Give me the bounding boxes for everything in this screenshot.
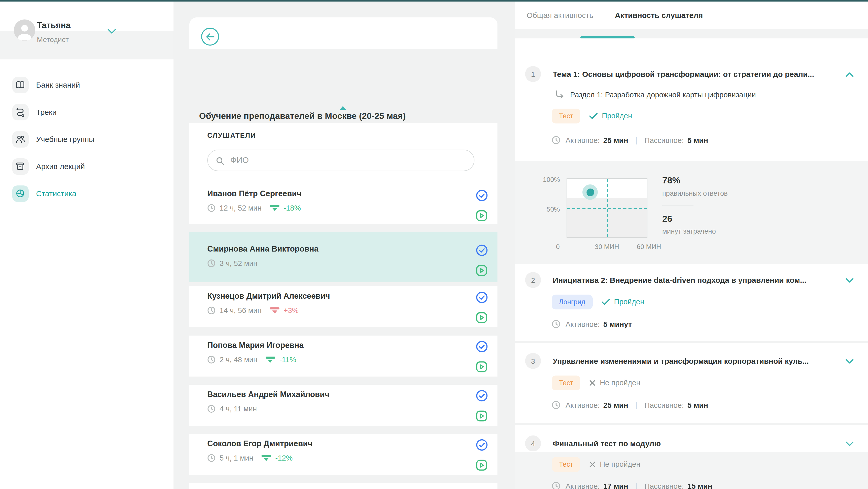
- listeners-heading: СЛУШАТЕЛИ: [207, 132, 479, 139]
- content-type-badge: Тест: [552, 108, 580, 123]
- student-actions: [476, 190, 488, 221]
- student-row[interactable]: Соколов Егор Дмитриевич 5 ч, 1 мин -12%: [189, 434, 497, 475]
- attendance-check-icon[interactable]: [476, 244, 488, 256]
- student-row-selected[interactable]: Смирнова Анна Викторовна 3 ч, 52 мин: [189, 232, 497, 282]
- item-badge-row: Тест Не пройден: [515, 457, 868, 471]
- back-button[interactable]: [201, 28, 219, 46]
- check-icon: [589, 112, 598, 119]
- student-row[interactable]: Попова Мария Игоревна 2 ч, 48 мин -11%: [189, 336, 497, 377]
- user-menu-chevron-down-icon[interactable]: [107, 27, 116, 36]
- activity-item-2-header[interactable]: 2 Инициатива 2: Внедрение data-driven по…: [515, 272, 868, 288]
- play-recording-icon[interactable]: [476, 210, 487, 221]
- item-time-row: Активное: 25 мин | Пассивное: 5 мин: [515, 133, 868, 147]
- item-badge-row: Тест Не пройден: [515, 375, 868, 390]
- item-title: Управление изменениями и трансформация к…: [553, 356, 809, 365]
- student-name: Иванов Пётр Сергеевич: [207, 189, 479, 198]
- sidebar-item-statistics[interactable]: Статистика: [12, 185, 168, 202]
- activity-item-1-header[interactable]: 1 Тема 1: Основы цифровой трансформации:…: [515, 66, 868, 82]
- attendance-check-icon[interactable]: [476, 291, 488, 303]
- tab-listener-activity[interactable]: Активность слушателя: [615, 11, 703, 20]
- student-time-row: 4 ч, 11 мин: [207, 403, 479, 414]
- student-delta: -18%: [283, 204, 301, 212]
- activity-item-3-header[interactable]: 3 Управление изменениями и трансформация…: [515, 353, 868, 369]
- archive-icon: [12, 158, 28, 174]
- attendance-check-icon[interactable]: [476, 341, 488, 352]
- sidebar-item-label: Архив лекций: [36, 162, 85, 171]
- arrow-left-icon: [206, 33, 215, 40]
- student-name: Смирнова Анна Викторовна: [207, 244, 479, 254]
- student-delta: -11%: [279, 355, 296, 364]
- item-section-row: Раздел 1: Разработка дорожной карты цифр…: [515, 88, 868, 101]
- student-row[interactable]: Иванов Пётр Сергеевич 12 ч, 52 мин -18%: [189, 189, 497, 224]
- sidebar-item-label: Учебные группы: [36, 135, 94, 143]
- item-number-badge: 3: [525, 353, 541, 369]
- clock-icon: [207, 259, 215, 267]
- tab-general-activity[interactable]: Общая активность: [527, 11, 593, 20]
- trend-down-icon: [270, 205, 279, 211]
- play-recording-icon[interactable]: [476, 410, 487, 422]
- sidebar-item-lecture-archive[interactable]: Архив лекций: [12, 158, 168, 174]
- play-recording-icon[interactable]: [476, 361, 487, 372]
- clock-icon: [207, 306, 215, 315]
- test-stats-block: 100% 50% 0 30 МИН 60 МИН 78% правильных …: [515, 161, 868, 264]
- reference-line-50pct: [567, 208, 647, 209]
- attendance-check-icon[interactable]: [476, 390, 488, 402]
- content-type-badge: Лонгрид: [552, 294, 592, 309]
- active-time-value: 25 мин: [603, 136, 628, 144]
- item-time-row: Активное: 5 минут: [515, 317, 868, 331]
- y-tick-50: 50%: [532, 205, 560, 213]
- sidebar-item-tracks[interactable]: Треки: [12, 104, 168, 120]
- passive-time-value: 5 мин: [687, 401, 708, 409]
- attendance-check-icon[interactable]: [476, 190, 488, 201]
- play-recording-icon[interactable]: [476, 312, 487, 323]
- correct-percent-value: 78%: [662, 175, 680, 186]
- sidebar-item-knowledge-bank[interactable]: Банк знаний: [12, 77, 168, 93]
- student-row[interactable]: Васильев Андрей Михайлович 4 ч, 11 мин: [189, 385, 497, 426]
- search-box: [207, 150, 474, 171]
- student-time: 4 ч, 11 мин: [220, 405, 257, 413]
- play-recording-icon[interactable]: [476, 265, 487, 276]
- activity-panel: Общая активность Активность слушателя 1 …: [515, 1, 868, 489]
- clock-icon: [207, 355, 215, 364]
- student-delta: +3%: [283, 306, 299, 315]
- student-time: 14 ч, 56 мин: [220, 306, 261, 315]
- passive-time-label: Пассивное:: [644, 482, 684, 489]
- avatar[interactable]: [14, 20, 35, 41]
- student-actions: [476, 244, 488, 276]
- passive-time-label: Пассивное:: [644, 136, 684, 144]
- clock-icon: [207, 204, 215, 212]
- chevron-down-icon[interactable]: [845, 357, 854, 366]
- students-list: Смирнова Анна Викторовна 3 ч, 52 мин Куз…: [189, 232, 497, 489]
- user-role: Методист: [37, 35, 69, 43]
- sidebar-item-label: Треки: [36, 108, 57, 116]
- minutes-value: 26: [662, 213, 672, 224]
- user-name: Татьяна: [37, 20, 71, 30]
- book-icon: [12, 77, 28, 93]
- passive-time-value: 15 мин: [687, 482, 712, 489]
- activity-item-4-header[interactable]: 4 Финальный тест по модулю: [515, 435, 868, 452]
- status-label: Не пройден: [600, 460, 640, 468]
- active-tab-underline: [580, 36, 634, 38]
- search-input[interactable]: [230, 151, 466, 170]
- chevron-down-icon[interactable]: [845, 439, 854, 449]
- divider: |: [636, 401, 638, 409]
- clock-icon: [552, 401, 560, 409]
- x-icon: [589, 379, 596, 386]
- chevron-down-icon[interactable]: [845, 276, 854, 285]
- x-tick-0: 0: [550, 242, 565, 250]
- check-icon: [601, 298, 610, 305]
- sidebar-item-study-groups[interactable]: Учебные группы: [12, 131, 168, 147]
- clock-icon: [207, 405, 215, 413]
- attendance-check-icon[interactable]: [476, 439, 488, 451]
- x-icon: [589, 461, 596, 467]
- statistics-page: Татьяна Методист Банк знаний: [0, 0, 868, 489]
- play-recording-icon[interactable]: [476, 460, 487, 471]
- divider: |: [636, 482, 638, 489]
- chevron-up-icon[interactable]: [845, 70, 854, 79]
- student-name: Попова Мария Игоревна: [207, 341, 479, 350]
- student-row[interactable]: Кузнецов Дмитрий Алексеевич 14 ч, 56 мин…: [189, 286, 497, 327]
- student-actions: [476, 341, 488, 372]
- section-title: Раздел 1: Разработка дорожной карты цифр…: [570, 90, 756, 98]
- student-time: 12 ч, 52 мин: [220, 204, 261, 212]
- status-passed: Пройден: [601, 298, 644, 306]
